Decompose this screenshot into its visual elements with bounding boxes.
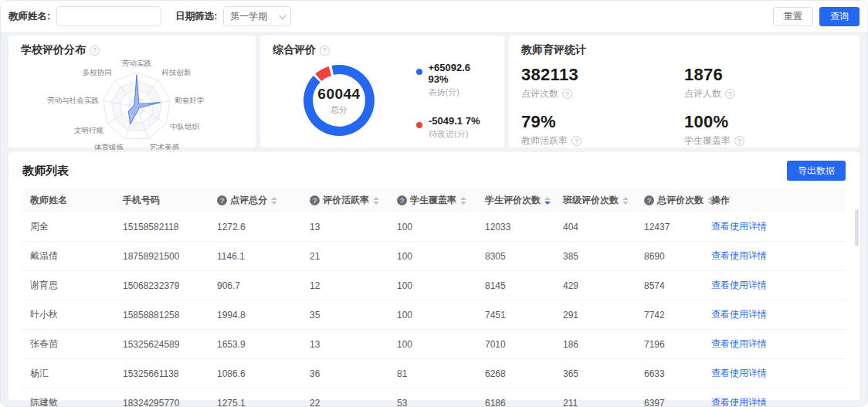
radar-axis-label: 中队组织: [170, 122, 200, 131]
coverage-cell: 100: [397, 300, 485, 330]
help-icon[interactable]: ?: [562, 89, 572, 99]
view-detail-link[interactable]: 查看使用详情: [711, 309, 767, 320]
sort-caret-icon[interactable]: [460, 197, 466, 205]
column-header-4[interactable]: ?评价活跃率: [310, 188, 397, 212]
student-review-cell: 7451: [485, 300, 563, 330]
action-cell: 查看使用详情: [711, 359, 846, 388]
help-icon[interactable]: ?: [571, 136, 581, 146]
student-review-cell: 7010: [485, 330, 563, 359]
action-cell: 查看使用详情: [711, 242, 846, 271]
radar-axis-label: 勤奋好学: [175, 96, 204, 104]
help-icon[interactable]: ?: [397, 195, 407, 205]
column-label: 操作: [711, 194, 730, 207]
table-row: 杨汇153256611381086.6368162683656633查看使用详情: [22, 359, 846, 388]
score-cell: 1086.6: [217, 359, 310, 388]
active-rate-cell: 36: [310, 359, 397, 388]
stat-reviewer-count: 1876 点评人数?: [684, 65, 847, 100]
student-review-cell: 8305: [485, 242, 563, 271]
sort-caret-icon[interactable]: [544, 197, 551, 205]
export-data-button[interactable]: 导出数据: [787, 161, 846, 181]
active-rate-cell: 12: [310, 271, 397, 300]
teacher-name-cell: 谢育思: [22, 271, 123, 300]
phone-cell: 15325624589: [123, 330, 217, 359]
help-icon[interactable]: ?: [734, 136, 744, 146]
overall-evaluation-card: 综合评价 ? 60044 总分 +65092.6 93%: [260, 36, 504, 148]
column-header-5[interactable]: ?学生覆盖率: [397, 188, 485, 212]
action-cell: 查看使用详情: [711, 212, 846, 242]
radar-axis-label: 艺术美感: [149, 143, 180, 150]
search-button[interactable]: 查询: [819, 7, 860, 26]
class-review-cell: 404: [563, 212, 644, 242]
donut-card-title: 综合评价: [273, 43, 316, 57]
coverage-cell: 100: [397, 212, 485, 242]
help-icon[interactable]: ?: [310, 195, 320, 205]
coverage-cell: 81: [397, 359, 485, 388]
sort-caret-icon[interactable]: [271, 197, 277, 205]
action-cell: 查看使用详情: [711, 300, 846, 330]
sort-caret-icon[interactable]: [373, 197, 379, 205]
total-review-cell: 6633: [644, 359, 711, 388]
help-icon[interactable]: ?: [217, 195, 227, 205]
class-review-cell: 385: [563, 242, 644, 271]
active-rate-cell: 21: [310, 242, 397, 271]
column-header-3[interactable]: ?点评总分: [217, 188, 310, 212]
action-cell: 查看使用详情: [711, 388, 846, 407]
radar-axis-label: 劳动实践: [122, 59, 152, 67]
teacher-name-cell: 戴温倩: [22, 242, 123, 271]
column-header-8[interactable]: ?总评价次数: [644, 188, 711, 212]
column-header-2: 手机号码: [123, 188, 217, 212]
sort-caret-icon[interactable]: [622, 197, 629, 205]
action-cell: 查看使用详情: [711, 330, 846, 359]
student-review-cell: 6186: [485, 388, 563, 407]
date-filter-label: 日期筛选:: [175, 10, 217, 23]
teacher-evaluation-dashboard: 教师姓名: 日期筛选: 第一学期 重置 查询 学校评价分布 ? 劳动实践科技创新…: [0, 0, 868, 407]
table-row: 戴温倩187589215001146.12110083053858690查看使用…: [22, 242, 846, 271]
reset-button[interactable]: 重置: [773, 7, 813, 26]
teacher-list-panel: 教师列表 导出数据 教师姓名手机号码?点评总分?评价活跃率?学生覆盖率学生评价次…: [8, 152, 860, 400]
radar-chart: 劳动实践科技创新勤奋好学中队组织艺术美感体育锻炼文明行规劳动与社会实践多校协同: [21, 59, 253, 150]
view-detail-link[interactable]: 查看使用详情: [711, 250, 767, 261]
class-review-cell: 429: [563, 271, 644, 300]
help-icon[interactable]: ?: [725, 89, 735, 99]
view-detail-link[interactable]: 查看使用详情: [711, 221, 767, 232]
active-rate-cell: 22: [310, 388, 397, 407]
help-icon[interactable]: ?: [320, 46, 330, 56]
stat-review-count: 382113 点评次数?: [521, 65, 684, 100]
radar-axis-label: 劳动与社会实践: [47, 96, 99, 104]
coverage-cell: 53: [397, 388, 485, 407]
radar-axis-label: 多校协同: [83, 68, 112, 76]
phone-cell: 15858881258: [123, 300, 217, 330]
view-detail-link[interactable]: 查看使用详情: [711, 368, 767, 378]
view-detail-link[interactable]: 查看使用详情: [711, 280, 767, 290]
radar-axis-label: 文明行规: [74, 126, 104, 134]
column-header-6[interactable]: 学生评价次数: [485, 188, 563, 212]
legend-dot-blue: [416, 69, 422, 75]
student-review-cell: 12033: [485, 212, 563, 242]
active-rate-cell: 35: [310, 300, 397, 330]
view-detail-link[interactable]: 查看使用详情: [711, 338, 767, 349]
teacher-table-head-row: 教师姓名手机号码?点评总分?评价活跃率?学生覆盖率学生评价次数班级评价次数?总评…: [22, 188, 846, 212]
action-cell: 查看使用详情: [711, 271, 846, 300]
active-rate-cell: 13: [310, 330, 397, 359]
column-header-7[interactable]: 班级评价次数: [563, 188, 644, 212]
teacher-name-cell: 陈建敏: [22, 388, 123, 407]
praise-label: 表扬(分): [429, 86, 492, 98]
score-cell: 1653.9: [217, 330, 310, 359]
donut-legend: +65092.6 93% 表扬(分) -5049.1 7% 待改进(分): [416, 62, 492, 140]
score-cell: 1275.1: [217, 388, 310, 407]
radar-axis-label: 科技创新: [161, 68, 192, 76]
teacher-name-input[interactable]: [56, 6, 161, 26]
date-filter-select[interactable]: 第一学期: [223, 6, 291, 26]
column-label: 评价活跃率: [323, 194, 369, 207]
view-detail-link[interactable]: 查看使用详情: [711, 397, 767, 407]
vertical-scrollbar[interactable]: [855, 209, 859, 246]
help-icon[interactable]: ?: [644, 195, 654, 205]
column-header-1: 教师姓名: [22, 188, 123, 212]
coverage-cell: 100: [397, 330, 485, 359]
active-rate-cell: 13: [310, 212, 397, 242]
school-evaluation-card: 学校评价分布 ? 劳动实践科技创新勤奋好学中队组织艺术美感体育锻炼文明行规劳动与…: [8, 36, 256, 148]
stat-student-coverage: 100% 学生覆盖率?: [684, 112, 847, 148]
help-icon[interactable]: ?: [90, 46, 100, 56]
class-review-cell: 186: [563, 330, 644, 359]
table-row: 周全151585821181272.6131001203340412437查看使…: [22, 212, 846, 242]
